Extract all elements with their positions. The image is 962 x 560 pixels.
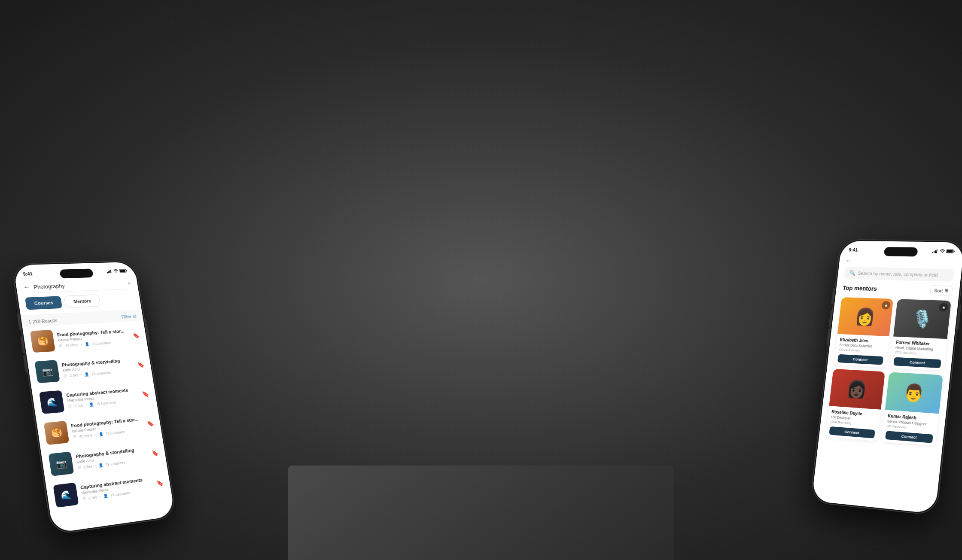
bookmark-2[interactable]: 🔖 [137, 361, 145, 368]
course-duration-3: 2 hrs [74, 403, 83, 408]
connect-button-roseline[interactable]: Connect [829, 426, 875, 438]
filter-button[interactable]: Filter ⊟ [121, 313, 137, 320]
mentor-photo-elizabeth: 👩 ★ [837, 297, 893, 336]
wifi-icon-right [940, 249, 945, 253]
tab-courses[interactable]: Courses [25, 296, 62, 310]
mentor-search-placeholder: Search by name, role, company or field [858, 271, 938, 277]
svg-rect-12 [947, 250, 953, 253]
svg-rect-9 [935, 250, 936, 253]
connect-button-forrest[interactable]: Connect [893, 357, 941, 368]
phone-right-screen: 9:41 [812, 241, 962, 514]
bookmark-5[interactable]: 🔖 [151, 450, 159, 457]
back-button-right[interactable]: ← [846, 257, 853, 264]
mentor-info-roseline: Roseline Duyile UX Designer (100 Reviews… [825, 406, 881, 441]
svg-rect-1 [108, 271, 109, 274]
signal-icon-left [107, 269, 113, 274]
course-duration-5: 2 hrs [84, 464, 93, 469]
signal-icon-right [932, 249, 939, 253]
mentor-info-elizabeth: Elizabeth Jiles Senior Data Scientist (3… [834, 334, 889, 368]
mentors-grid: 👩 ★ Elizabeth Jiles Senior Data Scientis… [825, 297, 951, 446]
course-thumb-3: 🌊 [39, 390, 65, 414]
search-bar-left[interactable]: ← Photography × [22, 278, 132, 294]
mentor-search-bar[interactable]: 🔍 Search by name, role, company or field [844, 267, 955, 282]
phone-left: 9:41 [12, 261, 177, 535]
course-thumb-6: 🌊 [53, 483, 79, 508]
wifi-icon-left [113, 269, 119, 273]
learners-icon-2: 👤 [84, 372, 89, 377]
course-duration-6: 2 hrs [88, 495, 97, 500]
course-info-5: Photography & storytelling Katie Ainu ⏱ … [76, 446, 149, 470]
pedestal [288, 466, 674, 560]
mentor-card-forrest[interactable]: 🎙️ ★ Forrest Whitaker Head, Digital Mark… [890, 299, 951, 371]
course-duration-4: 45 Mins [79, 433, 93, 438]
dynamic-island-right [884, 247, 918, 256]
status-icons-left [107, 269, 128, 274]
mentor-photo-forrest: 🎙️ ★ [893, 299, 951, 339]
phone-right-body: 9:41 [810, 240, 962, 515]
svg-rect-7 [932, 252, 933, 253]
svg-rect-5 [120, 270, 126, 272]
svg-rect-2 [109, 271, 110, 273]
course-learners-6: 7k Learners [110, 491, 130, 498]
course-duration-1: 45 Mins [65, 343, 79, 347]
course-thumb-2: 📷 [34, 360, 60, 383]
clock-icon-2: ⏱ [63, 374, 67, 378]
course-thumb-4: 🥞 [44, 421, 70, 445]
learners-icon-4: 👤 [98, 432, 104, 437]
course-thumb-5: 📷 [49, 451, 74, 476]
connect-button-elizabeth[interactable]: Connect [837, 354, 883, 365]
course-info-6: Capturing abstract moments Miercoles Per… [80, 476, 154, 501]
phone-left-screen: 9:41 [13, 262, 175, 533]
learners-icon-6: 👤 [103, 493, 108, 498]
course-info-1: Food photography: Tell a stor... Bessie … [57, 329, 130, 348]
section-title: Top mentors [843, 284, 877, 292]
tab-mentors[interactable]: Mentors [64, 295, 100, 308]
sort-icon: ⊞ [944, 288, 949, 293]
battery-icon-right [946, 249, 955, 253]
mentor-card-roseline[interactable]: 👩🏿 Roseline Duyile UX Designer (100 Revi… [825, 369, 885, 441]
course-learners-4: 7k Learners [105, 430, 125, 436]
status-icons-right [932, 249, 955, 254]
results-count: 1,220 Results [28, 318, 57, 324]
back-button-left[interactable]: ← [23, 284, 30, 291]
connect-button-kumar[interactable]: Connect [885, 431, 933, 443]
mentor-info-kumar: Kumar Rajesh Senior Product Designer (90… [882, 410, 939, 446]
bookmark-4[interactable]: 🔖 [146, 420, 154, 427]
learners-icon-5: 👤 [98, 463, 104, 468]
status-time-left: 9:41 [23, 271, 33, 277]
phone-left-body: 9:41 [12, 261, 177, 535]
svg-rect-10 [936, 250, 938, 253]
clock-icon-1: ⏱ [58, 344, 63, 348]
bookmark-3[interactable]: 🔖 [142, 390, 149, 397]
mentor-card-elizabeth[interactable]: 👩 ★ Elizabeth Jiles Senior Data Scientis… [834, 297, 894, 368]
mentor-photo-kumar: 👨 [885, 372, 943, 414]
search-icon-right: 🔍 [849, 270, 856, 276]
mentor-info-forrest: Forrest Whitaker Head, Digital Marketing… [890, 337, 947, 371]
filter-icon: ⊟ [132, 313, 137, 319]
mentor-card-kumar[interactable]: 👨 Kumar Rajesh Senior Product Designer (… [882, 372, 944, 446]
course-info-3: Capturing abstract moments Miercoles Per… [66, 387, 140, 409]
clear-search-left[interactable]: × [127, 280, 131, 286]
tabs-row-left: Courses Mentors [25, 293, 134, 310]
clock-icon-3: ⏱ [68, 404, 72, 409]
learners-icon-3: 👤 [89, 402, 94, 407]
learners-icon-1: 👤 [84, 342, 89, 346]
mentor-photo-bg-roseline: 👩🏿 [829, 369, 885, 410]
bookmark-6[interactable]: 🔖 [156, 479, 164, 487]
status-time-right: 9:41 [849, 247, 858, 253]
course-learners-5: 7k Learners [105, 460, 125, 467]
svg-rect-0 [107, 272, 108, 274]
bookmark-1[interactable]: 🔖 [132, 332, 140, 339]
sort-button[interactable]: Sort ⊞ [930, 285, 953, 295]
dynamic-island-left [59, 268, 94, 278]
course-info-4: Food photography: Tell a stor... Bessie … [71, 417, 144, 439]
course-learners-1: 7k Learners [91, 341, 112, 346]
mentor-header: ← 🔍 Search by name, role, company or fie… [837, 254, 962, 286]
course-list[interactable]: 🥞 Food photography: Tell a stor... Bessi… [22, 321, 172, 514]
search-header-left: ← Photography × Courses Mentors [15, 274, 141, 315]
clock-icon-6: ⏱ [82, 496, 86, 501]
clock-icon-4: ⏱ [73, 435, 77, 439]
course-thumb-1: 🥞 [30, 330, 55, 353]
course-learners-2: 7k Learners [91, 371, 111, 376]
course-learners-3: 7k Learners [96, 400, 116, 406]
